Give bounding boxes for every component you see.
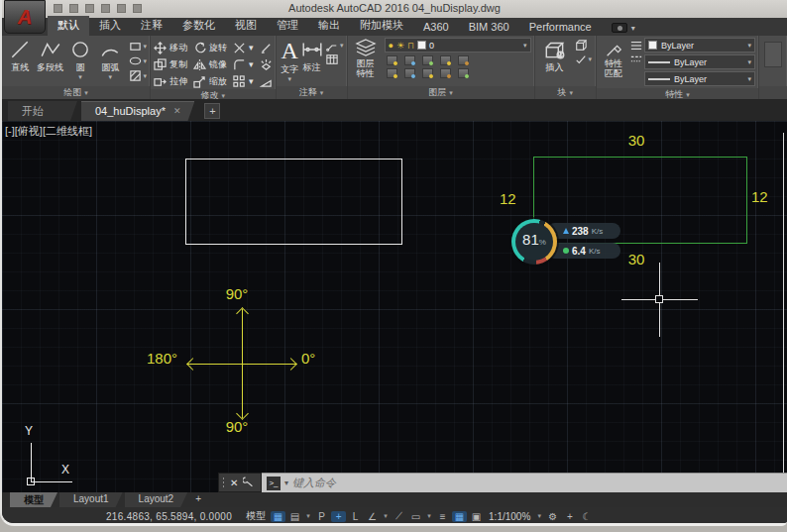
text-button[interactable]: A 文字 ▾ [280,38,300,81]
workspace-gear-icon[interactable]: ⚙ [545,511,560,522]
layer-tool-icon[interactable] [440,68,451,78]
panel-draw-footer[interactable]: 绘图▾ [2,86,150,99]
table-button[interactable] [326,53,344,65]
group-icon[interactable] [764,42,782,67]
viewport-controls[interactable]: [-][俯视][二维线框] [5,124,92,139]
tab-layout1[interactable]: Layout1 [59,492,123,507]
object-snap-menu-icon[interactable]: ▾ [425,512,433,520]
polar-tracking-icon[interactable]: P [314,511,329,522]
layer-tool-icon[interactable] [422,55,433,65]
recorder-overlay[interactable]: 238 K/s 6.4 K/s 81 % [511,217,622,266]
tab-a360[interactable]: A360 [413,19,459,36]
scale-menu-icon[interactable]: ▾ [535,512,543,520]
annotation-scale-button[interactable]: 1:1/100% [489,511,530,522]
layer-select[interactable]: ● ☀ ⊓ 0 ▾ [385,38,531,53]
explode-button[interactable] [260,56,273,72]
selection-cycling-icon[interactable]: ▦ [452,511,467,522]
tab-performance[interactable]: Performance [519,19,602,36]
close-icon[interactable]: ✕ [230,478,238,488]
match-properties-button[interactable]: 特性匹配 [600,38,627,78]
layer-tool-icon[interactable] [440,55,451,65]
move-button[interactable]: 移动 [154,40,187,55]
object-color-select[interactable]: ByLayer▾ [644,38,755,53]
file-tab-start[interactable]: 开始 [8,101,77,121]
tab-insert[interactable]: 插入 [89,16,131,36]
white-rectangle-object[interactable] [185,159,402,245]
layer-tool-icon[interactable] [404,55,415,65]
scale-button[interactable]: 缩放 [193,73,227,89]
drawing-canvas[interactable]: [-][俯视][二维线框] 30 12 12 30 90° 180° 0° 90… [2,121,787,492]
layer-tool-icon[interactable] [458,68,469,78]
tab-output[interactable]: 输出 [308,16,350,36]
tab-model[interactable]: 模型 [10,492,57,507]
panel-block-footer[interactable]: 块▾ [535,86,596,99]
rectangle-button[interactable]: ▾ [129,40,148,53]
tab-parametric[interactable]: 参数化 [172,16,225,36]
linetype-list-icon[interactable] [630,53,642,65]
close-icon[interactable]: ✕ [173,106,181,116]
tab-layout2[interactable]: Layout2 [125,492,188,507]
create-block-button[interactable] [575,40,593,52]
tab-home[interactable]: 默认 [48,16,89,36]
erase-button[interactable] [260,40,273,55]
trim-button[interactable]: ▾ [233,40,254,55]
undo-icon[interactable] [117,4,126,13]
hatch-button[interactable]: ▾ [129,69,148,82]
ortho-toggle-icon[interactable]: L [348,511,363,522]
layer-tool-icon[interactable] [387,68,397,78]
tab-addins[interactable]: 附加模块 [350,16,413,36]
grid-toggle-icon[interactable]: ▦ [271,511,285,522]
open-icon[interactable] [69,4,78,13]
quick-access-toolbar[interactable] [54,4,142,13]
layer-tool-icon[interactable] [458,55,469,65]
leader-button[interactable]: ▾ [326,40,344,52]
panel-annotation-footer[interactable]: 注释▾ [277,86,347,99]
mirror-button[interactable]: 镜像 [193,56,227,72]
isodraft-menu-icon[interactable]: ▾ [382,512,390,520]
linetype-select[interactable]: ByLayer▾ [644,71,755,86]
insert-block-button[interactable]: 插入 [538,38,572,74]
fillet-button[interactable]: ▾ [233,56,254,72]
new-drawing-button[interactable]: + [204,103,220,119]
isodraft-icon[interactable]: ∠ [365,511,380,522]
new-layout-button[interactable]: + [189,492,207,507]
recorder-menu-button[interactable]: ▾ [612,23,635,36]
isolate-objects-icon[interactable]: ☾ [579,511,594,522]
save-icon[interactable] [85,4,94,13]
object-snap-icon[interactable]: ▭ [408,511,423,522]
circle-button[interactable]: 圆 ▾ [65,38,95,79]
measure-button[interactable] [260,73,273,89]
lineweight-select[interactable]: ByLayer▾ [644,54,755,69]
tab-view[interactable]: 视图 [225,16,267,36]
dimension-button[interactable]: 标注 [300,38,323,74]
tab-manage[interactable]: 管理 [267,16,308,36]
polyline-button[interactable]: 多段线 [35,38,64,74]
rotate-button[interactable]: 旋转 [193,40,227,55]
layer-properties-button[interactable]: 图层特性 [351,38,381,78]
snap-menu-icon[interactable]: ▾ [304,512,312,520]
infer-constraints-icon[interactable]: + [331,511,346,522]
clean-screen-icon[interactable]: + [562,511,577,522]
stretch-button[interactable]: 拉伸 [154,73,187,89]
snap-toggle-icon[interactable]: ▤ [287,511,302,522]
tab-bim360[interactable]: BIM 360 [459,19,519,36]
layer-tool-icon[interactable] [422,68,433,78]
object-snap-tracking-icon[interactable]: ⟋ [392,510,406,522]
print-icon[interactable] [101,4,110,13]
layer-tool-icon[interactable] [404,68,415,78]
tab-annotate[interactable]: 注释 [131,16,172,36]
ellipse-button[interactable]: ▾ [129,54,148,67]
layer-tools-row-1[interactable] [385,55,531,65]
lineweight-list-icon[interactable] [630,40,642,52]
redo-icon[interactable] [133,4,142,13]
drag-handle-icon[interactable] [222,477,225,488]
line-button[interactable]: 直线 [5,38,35,74]
app-menu-button[interactable]: A [4,0,46,34]
command-input[interactable]: >_ ▾ 键入命令 [262,473,787,492]
new-icon[interactable] [54,4,62,13]
lineweight-toggle-icon[interactable]: ≡ [435,511,450,522]
panel-layers-footer[interactable]: 图层▾ [348,86,534,99]
wrench-icon[interactable] [243,474,255,491]
copy-button[interactable]: 复制 [154,56,187,72]
arc-button[interactable]: 圆弧 ▾ [95,38,125,79]
